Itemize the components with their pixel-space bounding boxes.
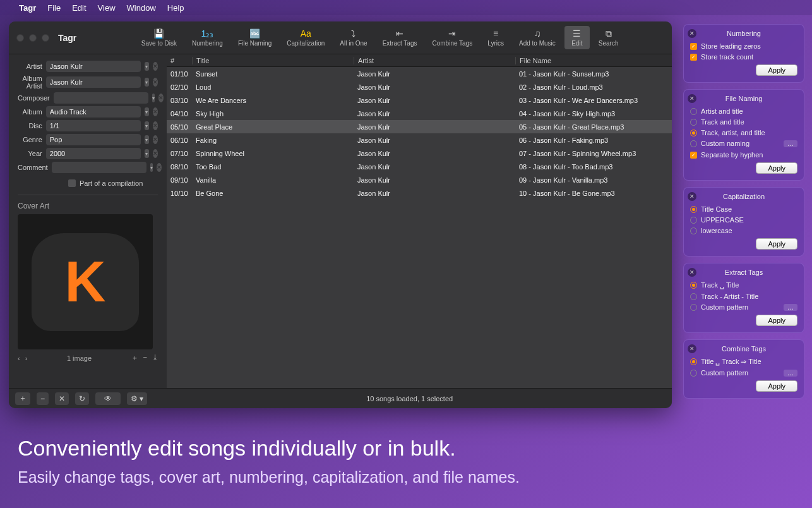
panel-close-icon[interactable]: ✕ xyxy=(688,344,696,353)
radio-row[interactable]: Custom pattern… xyxy=(690,303,797,311)
genre-input[interactable] xyxy=(46,134,141,145)
col-title[interactable]: Title xyxy=(192,57,354,64)
settings-button[interactable]: ⚙ ▾ xyxy=(127,392,147,405)
checkbox-icon[interactable]: ✓ xyxy=(690,152,697,159)
cover-add-icon[interactable]: ＋ xyxy=(131,353,138,363)
dropdown-icon[interactable]: ▾ xyxy=(145,135,149,144)
apply-button[interactable]: Apply xyxy=(756,64,797,76)
year-input[interactable] xyxy=(46,148,141,159)
panel-close-icon[interactable]: ✕ xyxy=(688,29,696,38)
tool-extract-tags[interactable]: ⇤Extract Tags xyxy=(376,26,424,49)
menu-window[interactable]: Window xyxy=(127,3,156,13)
cover-export-icon[interactable]: ⤓ xyxy=(152,353,158,363)
cover-art-image[interactable]: K xyxy=(18,214,153,349)
panel-close-icon[interactable]: ✕ xyxy=(688,94,696,103)
custom-button[interactable]: … xyxy=(784,370,797,377)
radio-row[interactable]: Custom naming… xyxy=(690,140,797,147)
tool-save-to-disk[interactable]: 💾Save to Disk xyxy=(135,26,183,49)
clear-icon[interactable]: ✕ xyxy=(157,163,162,172)
dropdown-icon[interactable]: ▾ xyxy=(145,62,149,71)
delete-button[interactable]: ✕ xyxy=(55,392,69,405)
cover-prev-icon[interactable]: ‹ xyxy=(18,354,20,362)
close-window-button[interactable] xyxy=(16,34,24,42)
menu-file[interactable]: File xyxy=(47,3,61,13)
radio-icon[interactable] xyxy=(690,217,697,224)
clear-icon[interactable]: ✕ xyxy=(153,149,158,158)
radio-row[interactable]: Custom pattern… xyxy=(690,369,797,377)
zoom-window-button[interactable] xyxy=(42,34,49,42)
dropdown-icon[interactable]: ▾ xyxy=(152,94,155,102)
table-row[interactable]: 05/10 Great Place Jason Kulr 05 - Jason … xyxy=(167,120,672,133)
table-row[interactable]: 06/10 Faking Jason Kulr 06 - Jason Kulr … xyxy=(167,133,672,147)
checkbox-icon[interactable]: ✓ xyxy=(690,43,697,50)
clear-icon[interactable]: ✕ xyxy=(153,135,158,144)
remove-files-button[interactable]: − xyxy=(37,392,49,405)
radio-icon[interactable] xyxy=(690,282,697,289)
apply-button[interactable]: Apply xyxy=(756,238,797,250)
clear-icon[interactable]: ✕ xyxy=(153,78,158,87)
panel-close-icon[interactable]: ✕ xyxy=(688,192,696,201)
radio-row[interactable]: UPPERCASE xyxy=(690,216,797,224)
add-files-button[interactable]: ＋ xyxy=(15,392,30,405)
radio-icon[interactable] xyxy=(690,206,697,213)
col-artist[interactable]: Artist xyxy=(354,57,515,64)
table-row[interactable]: 10/10 Be Gone Jason Kulr 10 - Jason Kulr… xyxy=(167,186,672,200)
album-input[interactable] xyxy=(46,106,141,118)
cover-remove-icon[interactable]: − xyxy=(143,353,147,363)
check-row[interactable]: ✓Store track count xyxy=(690,53,797,61)
tool-numbering[interactable]: 1₂₃Numbering xyxy=(186,26,229,49)
tool-edit[interactable]: ☰Edit xyxy=(564,26,590,49)
sep-row[interactable]: ✓Separate by hyphen xyxy=(690,151,797,159)
radio-row[interactable]: Artist and title xyxy=(690,107,797,115)
comment-input[interactable] xyxy=(52,162,146,173)
menu-view[interactable]: View xyxy=(98,3,116,13)
tool-combine-tags[interactable]: ⇥Combine Tags xyxy=(426,26,479,49)
table-row[interactable]: 04/10 Sky High Jason Kulr 04 - Jason Kul… xyxy=(167,107,672,120)
clear-icon[interactable]: ✕ xyxy=(158,94,164,102)
clear-icon[interactable]: ✕ xyxy=(153,107,158,116)
menu-app[interactable]: Tagr xyxy=(19,3,36,13)
radio-icon[interactable] xyxy=(690,227,697,234)
tool-add-to-music[interactable]: ♫Add to Music xyxy=(513,26,562,49)
tool-search[interactable]: ⧉Search xyxy=(592,26,625,49)
quicklook-button[interactable]: 👁 xyxy=(95,392,121,405)
custom-button[interactable]: … xyxy=(784,304,797,311)
dropdown-icon[interactable]: ▾ xyxy=(145,121,149,130)
dropdown-icon[interactable]: ▾ xyxy=(145,78,149,87)
panel-close-icon[interactable]: ✕ xyxy=(688,268,696,277)
apply-button[interactable]: Apply xyxy=(756,162,797,174)
tool-lyrics[interactable]: ≡Lyrics xyxy=(481,26,510,49)
radio-icon[interactable] xyxy=(690,370,697,377)
apply-button[interactable]: Apply xyxy=(756,380,797,392)
albumArtist-input[interactable] xyxy=(46,76,141,88)
tool-capitalization[interactable]: AaCapitalization xyxy=(280,26,331,49)
col-filename[interactable]: File Name xyxy=(515,57,672,64)
dropdown-icon[interactable]: ▾ xyxy=(145,149,149,158)
minimize-window-button[interactable] xyxy=(29,34,37,42)
check-row[interactable]: ✓Store leading zeros xyxy=(690,42,797,50)
radio-row[interactable]: Title ␣ Track ⇒ Title xyxy=(690,358,797,366)
table-row[interactable]: 07/10 Spinning Wheel Jason Kulr 07 - Jas… xyxy=(167,147,672,160)
radio-icon[interactable] xyxy=(690,130,697,136)
radio-icon[interactable] xyxy=(690,293,697,300)
composer-input[interactable] xyxy=(54,92,148,104)
radio-icon[interactable] xyxy=(690,358,697,365)
cover-next-icon[interactable]: › xyxy=(25,354,28,362)
compilation-checkbox[interactable] xyxy=(68,179,76,187)
radio-icon[interactable] xyxy=(690,140,697,147)
radio-row[interactable]: lowercase xyxy=(690,227,797,234)
radio-row[interactable]: Track, artist, and title xyxy=(690,129,797,136)
clear-icon[interactable]: ✕ xyxy=(153,121,158,130)
menu-help[interactable]: Help xyxy=(167,3,184,13)
custom-button[interactable]: … xyxy=(784,140,797,147)
radio-icon[interactable] xyxy=(690,108,697,115)
table-row[interactable]: 03/10 We Are Dancers Jason Kulr 03 - Jas… xyxy=(167,94,672,107)
reload-button[interactable]: ↻ xyxy=(75,392,89,405)
table-row[interactable]: 02/10 Loud Jason Kulr 02 - Jason Kulr - … xyxy=(167,80,672,94)
radio-row[interactable]: Title Case xyxy=(690,205,797,213)
tool-file-naming[interactable]: 🔤File Naming xyxy=(232,26,278,49)
table-row[interactable]: 08/10 Too Bad Jason Kulr 08 - Jason Kulr… xyxy=(167,160,672,173)
table-row[interactable]: 09/10 Vanilla Jason Kulr 09 - Jason Kulr… xyxy=(167,173,672,186)
apply-button[interactable]: Apply xyxy=(756,315,797,326)
dropdown-icon[interactable]: ▾ xyxy=(150,163,153,172)
